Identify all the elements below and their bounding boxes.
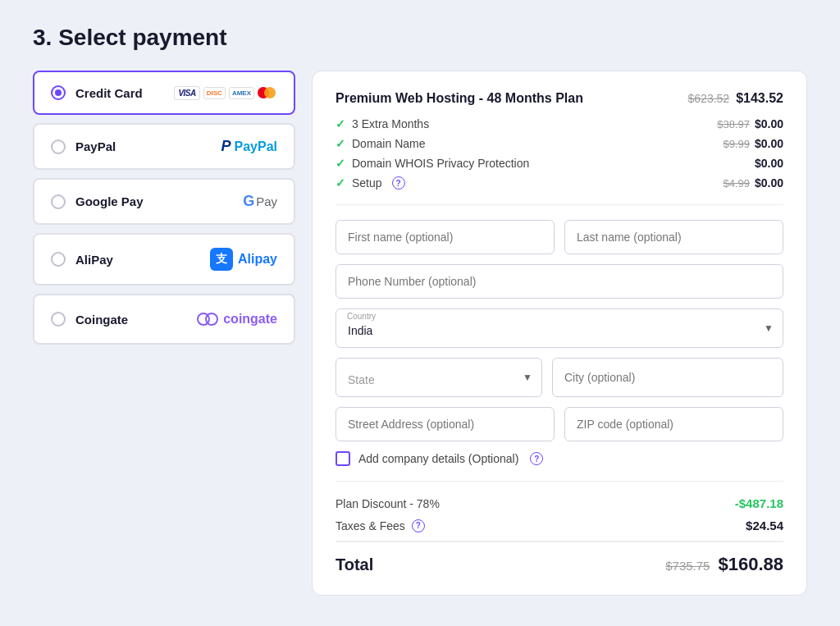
- coingate-logo: coingate: [197, 308, 277, 330]
- discount-value: -$487.18: [735, 496, 783, 510]
- payment-label-paypal: PayPal: [75, 139, 116, 153]
- zip-input[interactable]: [564, 407, 783, 441]
- order-price-group: $623.52 $143.52: [688, 91, 783, 106]
- check-icon: ✓: [336, 157, 345, 170]
- state-select[interactable]: State: [336, 358, 542, 397]
- state-select-wrapper: State ▼: [336, 358, 542, 397]
- address-row: [336, 407, 783, 441]
- company-checkbox-row: Add company details (Optional) ?: [336, 451, 783, 466]
- order-title: Premium Web Hosting - 48 Months Plan: [336, 91, 583, 106]
- feature-original-0: $38.97: [717, 118, 750, 130]
- company-checkbox[interactable]: [336, 451, 350, 466]
- main-layout: Credit Card VISA DISC AMEX PayPal P PayP…: [33, 71, 807, 596]
- feature-name-1: Domain Name: [352, 137, 425, 150]
- payment-label-coingate: Coingate: [75, 313, 128, 327]
- divider-2: [336, 481, 783, 482]
- radio-paypal: [51, 139, 66, 154]
- alipay-logo: 支 Alipay: [210, 248, 277, 271]
- street-input[interactable]: [336, 407, 555, 441]
- country-select-wrapper: Country India ▼: [336, 308, 783, 348]
- order-price-final: $143.52: [736, 91, 783, 106]
- total-final: $160.88: [718, 554, 783, 575]
- feature-row-3: ✓ Setup ? $4.99 $0.00: [336, 176, 783, 190]
- paypal-logo: P PayPal: [221, 138, 278, 155]
- page-title: 3. Select payment: [33, 25, 807, 51]
- discount-row: Plan Discount - 78% -$487.18: [336, 496, 783, 510]
- feature-row-1: ✓ Domain Name $9.99 $0.00: [336, 137, 783, 150]
- payment-option-credit-card[interactable]: Credit Card VISA DISC AMEX: [33, 71, 295, 115]
- total-label: Total: [336, 555, 373, 574]
- payment-methods-panel: Credit Card VISA DISC AMEX PayPal P PayP…: [33, 71, 295, 345]
- feature-row-0: ✓ 3 Extra Months $38.97 $0.00: [336, 117, 783, 130]
- setup-help-icon[interactable]: ?: [392, 176, 405, 190]
- city-input[interactable]: [552, 358, 783, 397]
- order-price-original: $623.52: [688, 92, 730, 105]
- last-name-input[interactable]: [564, 220, 783, 254]
- amex-logo: AMEX: [229, 87, 254, 99]
- payment-option-paypal[interactable]: PayPal P PayPal: [33, 123, 295, 170]
- payment-label-google-pay: Google Pay: [75, 194, 144, 208]
- feature-row-2: ✓ Domain WHOIS Privacy Protection $0.00: [336, 157, 783, 170]
- radio-google-pay: [51, 194, 66, 209]
- payment-label-alipay: AliPay: [75, 253, 113, 267]
- check-icon: ✓: [336, 176, 345, 190]
- google-pay-logo: G Pay: [243, 193, 277, 210]
- taxes-row: Taxes & Fees ? $24.54: [336, 519, 783, 532]
- feature-original-1: $9.99: [723, 138, 750, 150]
- payment-label-credit-card: Credit Card: [75, 86, 143, 100]
- feature-name-3: Setup: [352, 176, 382, 190]
- name-row: [336, 220, 783, 254]
- check-icon: ✓: [336, 137, 345, 150]
- payment-option-coingate[interactable]: Coingate coingate: [33, 294, 295, 345]
- visa-logo: VISA: [174, 86, 199, 100]
- company-help-icon[interactable]: ?: [530, 452, 543, 465]
- country-label: Country: [347, 312, 376, 321]
- feature-name-0: 3 Extra Months: [352, 117, 429, 130]
- feature-original-3: $4.99: [723, 177, 750, 190]
- country-row: Country India ▼: [336, 308, 783, 348]
- feature-final-1: $0.00: [755, 137, 783, 150]
- feature-final-3: $0.00: [755, 176, 783, 190]
- phone-input[interactable]: [336, 264, 783, 299]
- total-row: Total $735.75 $160.88: [336, 541, 783, 575]
- feature-final-0: $0.00: [755, 117, 783, 130]
- credit-card-logos: VISA DISC AMEX: [174, 86, 277, 100]
- total-original: $735.75: [665, 559, 710, 573]
- discover-logo: DISC: [203, 87, 226, 99]
- order-panel: Premium Web Hosting - 48 Months Plan $62…: [312, 71, 807, 596]
- radio-alipay: [51, 252, 66, 267]
- feature-name-2: Domain WHOIS Privacy Protection: [352, 157, 529, 170]
- taxes-value: $24.54: [746, 519, 783, 532]
- discount-label: Plan Discount - 78%: [336, 497, 440, 510]
- radio-coingate: [51, 312, 66, 327]
- divider-1: [336, 204, 783, 205]
- radio-credit-card: [51, 85, 66, 100]
- order-title-row: Premium Web Hosting - 48 Months Plan $62…: [336, 91, 783, 106]
- check-icon: ✓: [336, 117, 345, 130]
- svg-point-1: [206, 313, 217, 325]
- company-label: Add company details (Optional): [358, 452, 518, 465]
- first-name-input[interactable]: [336, 220, 555, 254]
- payment-option-alipay[interactable]: AliPay 支 Alipay: [33, 233, 295, 286]
- phone-row: [336, 264, 783, 299]
- country-select[interactable]: India: [336, 308, 783, 348]
- taxes-help-icon[interactable]: ?: [412, 519, 425, 532]
- coingate-icon: [197, 308, 218, 330]
- mastercard-logo: [258, 86, 277, 99]
- feature-final-2: $0.00: [755, 157, 783, 170]
- payment-option-google-pay[interactable]: Google Pay G Pay: [33, 178, 295, 225]
- state-city-row: State ▼: [336, 358, 783, 397]
- taxes-label: Taxes & Fees: [336, 519, 405, 532]
